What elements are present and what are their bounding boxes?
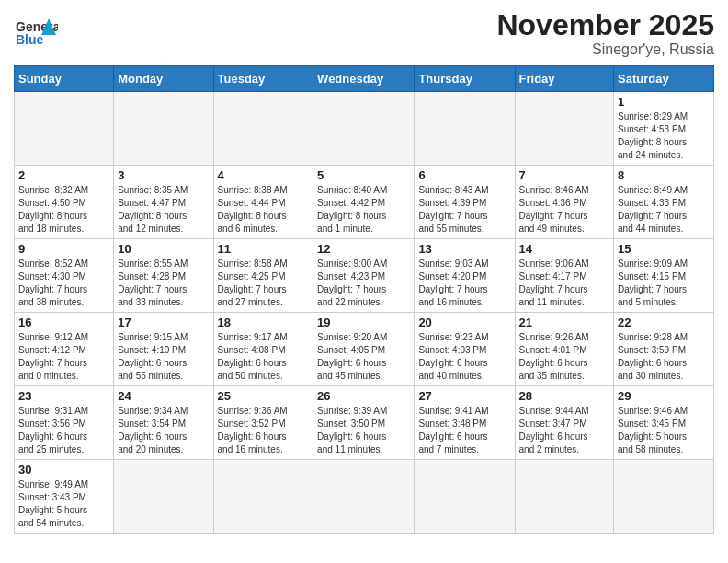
calendar-cell: 23Sunrise: 9:31 AM Sunset: 3:56 PM Dayli…: [15, 386, 114, 460]
day-number: 5: [317, 168, 410, 182]
day-number: 16: [18, 316, 109, 329]
calendar-cell: [515, 460, 614, 534]
day-number: 9: [18, 242, 109, 256]
calendar-table: Sunday Monday Tuesday Wednesday Thursday…: [14, 65, 714, 534]
calendar-cell: 10Sunrise: 8:55 AM Sunset: 4:28 PM Dayli…: [114, 239, 213, 313]
day-info: Sunrise: 9:36 AM Sunset: 3:52 PM Dayligh…: [218, 405, 310, 456]
day-number: 20: [418, 316, 510, 329]
calendar-cell: [213, 92, 313, 166]
day-number: 7: [519, 168, 610, 182]
calendar-cell: 28Sunrise: 9:44 AM Sunset: 3:47 PM Dayli…: [515, 386, 614, 460]
day-number: 13: [418, 242, 510, 256]
calendar-cell: 3Sunrise: 8:35 AM Sunset: 4:47 PM Daylig…: [114, 166, 213, 239]
calendar-cell: 16Sunrise: 9:12 AM Sunset: 4:12 PM Dayli…: [15, 313, 114, 386]
day-number: 28: [519, 389, 610, 403]
day-number: 2: [18, 168, 109, 182]
day-info: Sunrise: 9:20 AM Sunset: 4:05 PM Dayligh…: [317, 331, 410, 383]
calendar-cell: 14Sunrise: 9:06 AM Sunset: 4:17 PM Dayli…: [515, 239, 614, 313]
day-number: 10: [118, 242, 209, 256]
calendar-cell: 30Sunrise: 9:49 AM Sunset: 3:43 PM Dayli…: [15, 460, 114, 534]
calendar-cell: 15Sunrise: 9:09 AM Sunset: 4:15 PM Dayli…: [614, 239, 714, 313]
day-info: Sunrise: 9:09 AM Sunset: 4:15 PM Dayligh…: [618, 258, 710, 309]
month-title: November 2025: [496, 9, 714, 41]
day-number: 27: [418, 389, 510, 403]
calendar-cell: [415, 92, 515, 166]
col-wednesday: Wednesday: [313, 66, 415, 92]
day-info: Sunrise: 9:39 AM Sunset: 3:50 PM Dayligh…: [317, 405, 410, 456]
header: General Blue November 2025 Sinegor'ye, R…: [14, 9, 714, 58]
location-title: Sinegor'ye, Russia: [496, 41, 714, 58]
calendar-cell: [213, 460, 313, 534]
day-number: 18: [218, 316, 310, 329]
day-number: 14: [519, 242, 610, 256]
day-number: 6: [418, 168, 510, 182]
calendar-cell: 20Sunrise: 9:23 AM Sunset: 4:03 PM Dayli…: [415, 313, 515, 386]
day-info: Sunrise: 9:06 AM Sunset: 4:17 PM Dayligh…: [519, 258, 610, 309]
calendar-cell: 11Sunrise: 8:58 AM Sunset: 4:25 PM Dayli…: [213, 239, 313, 313]
day-info: Sunrise: 9:46 AM Sunset: 3:45 PM Dayligh…: [618, 405, 710, 456]
calendar-cell: 6Sunrise: 8:43 AM Sunset: 4:39 PM Daylig…: [415, 166, 515, 239]
day-number: 24: [118, 389, 209, 403]
day-number: 23: [18, 389, 109, 403]
day-number: 4: [218, 168, 310, 182]
logo: General Blue: [14, 9, 58, 53]
calendar-cell: [614, 460, 714, 534]
calendar-cell: 21Sunrise: 9:26 AM Sunset: 4:01 PM Dayli…: [515, 313, 614, 386]
col-sunday: Sunday: [15, 66, 114, 92]
day-number: 3: [118, 168, 209, 182]
calendar-cell: 26Sunrise: 9:39 AM Sunset: 3:50 PM Dayli…: [313, 386, 415, 460]
calendar-cell: [415, 460, 515, 534]
calendar-cell: 12Sunrise: 9:00 AM Sunset: 4:23 PM Dayli…: [313, 239, 415, 313]
logo-area: General Blue: [14, 9, 58, 53]
day-info: Sunrise: 9:41 AM Sunset: 3:48 PM Dayligh…: [418, 405, 510, 456]
day-number: 26: [317, 389, 410, 403]
calendar-cell: 24Sunrise: 9:34 AM Sunset: 3:54 PM Dayli…: [114, 386, 213, 460]
day-number: 11: [218, 242, 310, 256]
day-info: Sunrise: 9:12 AM Sunset: 4:12 PM Dayligh…: [18, 331, 109, 383]
day-number: 22: [618, 316, 710, 329]
day-info: Sunrise: 8:46 AM Sunset: 4:36 PM Dayligh…: [519, 184, 610, 236]
day-info: Sunrise: 9:03 AM Sunset: 4:20 PM Dayligh…: [418, 258, 510, 309]
calendar-cell: 25Sunrise: 9:36 AM Sunset: 3:52 PM Dayli…: [213, 386, 313, 460]
calendar-cell: [515, 92, 614, 166]
calendar-cell: 2Sunrise: 8:32 AM Sunset: 4:50 PM Daylig…: [15, 166, 114, 239]
calendar-cell: 19Sunrise: 9:20 AM Sunset: 4:05 PM Dayli…: [313, 313, 415, 386]
calendar-cell: 18Sunrise: 9:17 AM Sunset: 4:08 PM Dayli…: [213, 313, 313, 386]
logo-icon: General Blue: [14, 9, 58, 53]
col-monday: Monday: [114, 66, 213, 92]
calendar-cell: 9Sunrise: 8:52 AM Sunset: 4:30 PM Daylig…: [15, 239, 114, 313]
calendar-cell: 17Sunrise: 9:15 AM Sunset: 4:10 PM Dayli…: [114, 313, 213, 386]
day-info: Sunrise: 9:31 AM Sunset: 3:56 PM Dayligh…: [18, 405, 109, 456]
calendar-cell: [313, 92, 415, 166]
day-number: 15: [618, 242, 710, 256]
calendar-cell: [313, 460, 415, 534]
day-info: Sunrise: 9:15 AM Sunset: 4:10 PM Dayligh…: [118, 331, 209, 383]
day-number: 25: [218, 389, 310, 403]
calendar-cell: [114, 92, 213, 166]
day-info: Sunrise: 9:44 AM Sunset: 3:47 PM Dayligh…: [519, 405, 610, 456]
day-info: Sunrise: 8:38 AM Sunset: 4:44 PM Dayligh…: [218, 184, 310, 236]
calendar-cell: 8Sunrise: 8:49 AM Sunset: 4:33 PM Daylig…: [614, 166, 714, 239]
calendar-cell: 13Sunrise: 9:03 AM Sunset: 4:20 PM Dayli…: [415, 239, 515, 313]
day-info: Sunrise: 9:34 AM Sunset: 3:54 PM Dayligh…: [118, 405, 209, 456]
day-info: Sunrise: 9:17 AM Sunset: 4:08 PM Dayligh…: [218, 331, 310, 383]
day-number: 30: [18, 463, 109, 477]
calendar-cell: 22Sunrise: 9:28 AM Sunset: 3:59 PM Dayli…: [614, 313, 714, 386]
calendar-week-row: 1Sunrise: 8:29 AM Sunset: 4:53 PM Daylig…: [15, 92, 714, 166]
day-number: 1: [618, 95, 710, 109]
col-tuesday: Tuesday: [213, 66, 313, 92]
calendar-cell: 27Sunrise: 9:41 AM Sunset: 3:48 PM Dayli…: [415, 386, 515, 460]
svg-text:Blue: Blue: [16, 32, 44, 47]
calendar-cell: [15, 92, 114, 166]
day-info: Sunrise: 8:43 AM Sunset: 4:39 PM Dayligh…: [418, 184, 510, 236]
calendar-week-row: 30Sunrise: 9:49 AM Sunset: 3:43 PM Dayli…: [15, 460, 714, 534]
calendar-week-row: 23Sunrise: 9:31 AM Sunset: 3:56 PM Dayli…: [15, 386, 714, 460]
day-info: Sunrise: 8:52 AM Sunset: 4:30 PM Dayligh…: [18, 258, 109, 309]
day-info: Sunrise: 9:49 AM Sunset: 3:43 PM Dayligh…: [18, 478, 109, 530]
col-saturday: Saturday: [614, 66, 714, 92]
day-info: Sunrise: 8:35 AM Sunset: 4:47 PM Dayligh…: [118, 184, 209, 236]
day-info: Sunrise: 8:49 AM Sunset: 4:33 PM Dayligh…: [618, 184, 710, 236]
day-info: Sunrise: 9:00 AM Sunset: 4:23 PM Dayligh…: [317, 258, 410, 309]
calendar-cell: 7Sunrise: 8:46 AM Sunset: 4:36 PM Daylig…: [515, 166, 614, 239]
day-number: 19: [317, 316, 410, 329]
